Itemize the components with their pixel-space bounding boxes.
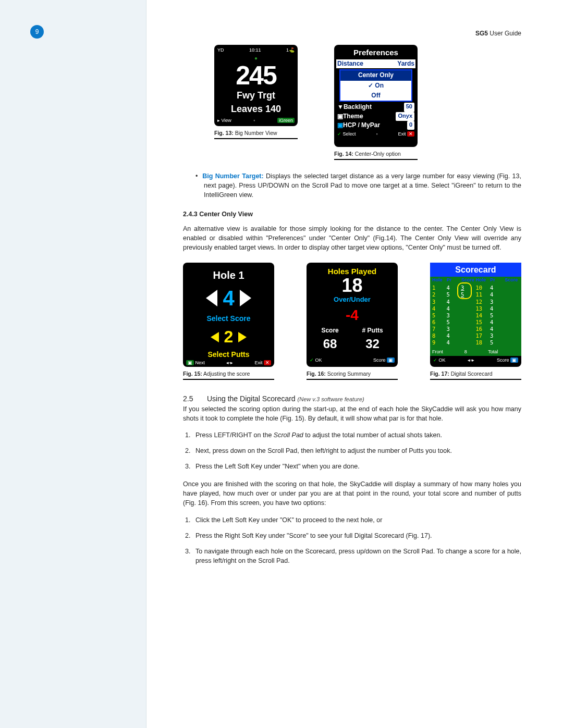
arrow-left-icon	[206, 290, 217, 306]
fig16-caption: Fig. 16: Scoring Summary	[307, 370, 398, 378]
total-score-value: 68	[321, 335, 338, 353]
softkey-exit: Exit ✕	[254, 360, 271, 366]
scorecard-row: 65	[432, 319, 476, 326]
figure-14: Preferences DistanceYards Center Only ✓ …	[334, 45, 418, 160]
status-time: 10:11	[249, 47, 261, 54]
device-preferences: Preferences DistanceYards Center Only ✓ …	[334, 45, 418, 147]
scorecard-title: Scorecard	[430, 263, 521, 277]
total-putts-value: 32	[362, 335, 383, 353]
figure-17: Scorecard HolePrScoreHolePrScore 1432553…	[430, 263, 521, 380]
figure-15: Hole 1 4 Select Score 2 Select Putts	[183, 263, 274, 380]
pref-distance-row: DistanceYards	[336, 59, 415, 68]
section-2-4-3-heading: 2.4.3 Center Only View	[183, 209, 521, 219]
scorecard-row: 145	[476, 312, 520, 319]
softkey-view: ▸ View	[217, 117, 231, 124]
scorecard-row: 185	[476, 339, 520, 346]
popup-option-on: ✓ On	[340, 81, 411, 91]
arrow-right-icon	[238, 332, 247, 342]
fig17-caption: Fig. 17: Digital Scorecard	[430, 370, 521, 378]
left-margin-strip: 9	[0, 0, 146, 728]
softkey-exit: Exit ✕	[398, 131, 414, 138]
putts-selector-row: 2	[186, 325, 271, 349]
section-2-4-3-body: An alternative view is available for tho…	[183, 224, 521, 252]
fig13-caption: Fig. 13: Big Number View	[214, 129, 298, 137]
status-yd: YD	[217, 47, 224, 54]
steps-list-a: Press LEFT/RIGHT on the Scroll Pad to ad…	[183, 430, 521, 471]
total-label: Total	[488, 349, 498, 355]
figure-row-1: YD 10:11 1⛳ ● 245 Fwy Trgt Leaves 140 ▸ …	[214, 45, 521, 160]
scorecard-row: 94	[432, 339, 476, 346]
target-label: Fwy Trgt	[216, 89, 296, 102]
softkey-score: Score ▣	[373, 357, 395, 364]
device-digital-scorecard: Scorecard HolePrScoreHolePrScore 1432553…	[430, 263, 521, 367]
status-flag: 1⛳	[286, 47, 295, 54]
leaves-label: Leaves 140	[216, 102, 296, 116]
hole-graphic-icon: ●	[254, 55, 258, 61]
over-under-value: -4	[310, 305, 395, 326]
section-title: Using the Digital Scorecard	[207, 394, 296, 403]
section-number: 2.5	[183, 393, 198, 404]
pref-hcp-row: ▣HCP / MyPar 0	[336, 121, 415, 130]
device-adjust-score: Hole 1 4 Select Score 2 Select Putts	[183, 263, 274, 367]
hole-title: Hole 1	[186, 268, 271, 283]
scorecard-row: 73	[432, 326, 476, 332]
center-only-popup: Center Only ✓ On Off	[339, 69, 412, 102]
softkey-igreen: iGreen	[277, 117, 295, 124]
pref-theme-row: ▣Theme Onyx	[336, 112, 415, 121]
scorecard-row: 164	[476, 326, 520, 332]
bullet-dot: •	[195, 172, 198, 180]
select-putts-label: Select Putts	[186, 349, 271, 360]
step-item: Press the Left Soft Key under "Next" whe…	[192, 462, 521, 471]
score-label: Score	[321, 326, 338, 335]
popup-title: Center Only	[340, 70, 411, 80]
device-scoring-summary: Holes Played 18 Over/Under -4 Score 68 #…	[307, 263, 398, 367]
scorecard-row: 173	[476, 332, 520, 339]
fig14-underline	[334, 159, 418, 160]
step-item: Press the Right Soft Key under "Score" t…	[192, 531, 521, 540]
pref-backlight-row: ▼Backlight 50	[336, 103, 415, 112]
scorecard-row: 44	[432, 305, 476, 312]
score-selector-row: 4	[186, 283, 271, 313]
fig14-caption: Fig. 14: Center-Only option	[334, 150, 418, 158]
scorecard-row: 143	[432, 285, 476, 291]
scorecard-row: 104	[476, 285, 520, 291]
scorecard-row: 114	[476, 291, 520, 298]
scorecard-row: 53	[432, 312, 476, 319]
fig13-underline	[214, 138, 298, 139]
scorecard-row: 34	[432, 299, 476, 305]
fig15-caption: Fig. 15: Adjusting the score	[183, 370, 274, 378]
scorecard-row: 84	[432, 332, 476, 339]
figure-16: Holes Played 18 Over/Under -4 Score 68 #…	[307, 263, 398, 380]
figure-13: YD 10:11 1⛳ ● 245 Fwy Trgt Leaves 140 ▸ …	[214, 45, 298, 160]
front-label: Front	[432, 349, 443, 355]
softkey-ok: ✓ OK	[310, 357, 322, 364]
scorecard-row: 154	[476, 319, 520, 326]
softkey-nav-icon: ◂◦▸	[226, 360, 233, 366]
device-big-number-view: YD 10:11 1⛳ ● 245 Fwy Trgt Leaves 140 ▸ …	[214, 45, 298, 126]
front-value: 8	[464, 349, 467, 355]
steps-list-b: Click the Left Soft Key under "OK" to pr…	[183, 515, 521, 566]
figure-row-2: Hole 1 4 Select Score 2 Select Putts	[183, 263, 521, 380]
step-item: To navigate through each hole on the Sco…	[192, 547, 521, 565]
softkey-ok: ✓ OK	[433, 357, 446, 364]
scorecard-row: 123	[476, 299, 520, 305]
softkey-nav-icon: ◂◦▸	[468, 357, 474, 364]
preferences-title: Preferences	[336, 47, 415, 59]
section-2-5-mid: Once you are finished with the scoring o…	[183, 479, 521, 508]
main-content: SG5 User Guide YD 10:11 1⛳ ● 245 Fwy Trg…	[146, 0, 563, 728]
softkey-select: ✓✓ Select Select	[337, 131, 356, 138]
score-value: 4	[223, 283, 234, 313]
header-bold: SG5	[475, 30, 489, 37]
header-rest: User Guide	[489, 30, 521, 37]
softkey-next: ▣ Next	[186, 360, 205, 366]
document-page: 9 SG5 User Guide YD 10:11 1⛳ ● 245	[0, 0, 563, 728]
section-note: (New v.3 software feature)	[298, 396, 364, 402]
section-2-5-intro: If you selected the scoring option durin…	[183, 404, 521, 423]
holes-played-value: 18	[310, 277, 395, 294]
putts-value: 2	[224, 325, 234, 349]
softkey-score: Score ▣	[497, 357, 518, 364]
big-number-target-lead: Big Number Target:	[202, 172, 264, 180]
scorecard-row: 255	[432, 291, 476, 298]
popup-option-off: Off	[340, 91, 411, 101]
header-title: SG5 User Guide	[475, 29, 521, 38]
